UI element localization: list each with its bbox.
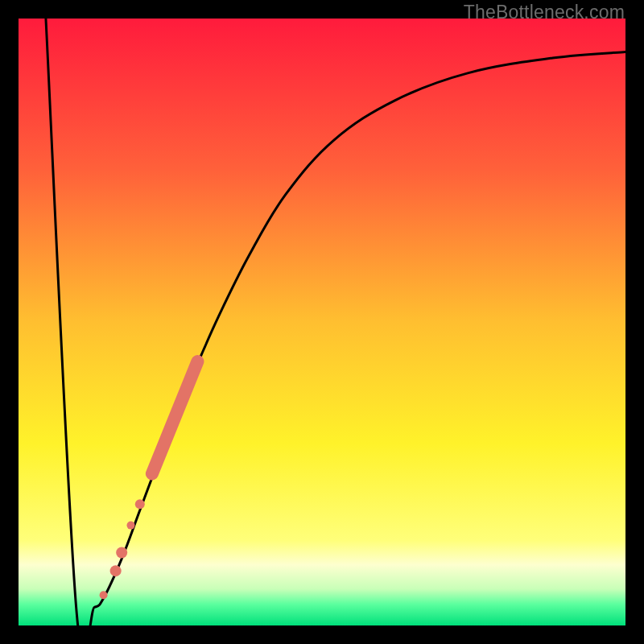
dot-e	[100, 591, 108, 599]
background-gradient	[19, 19, 625, 625]
dot-c	[116, 547, 127, 559]
dot-d	[110, 565, 122, 576]
chart-svg	[19, 19, 625, 625]
watermark-text: TheBottleneck.com	[464, 2, 625, 23]
plot-area	[19, 19, 625, 625]
chart-frame: TheBottleneck.com	[0, 0, 644, 644]
dot-a	[135, 499, 145, 509]
dot-b	[126, 522, 134, 530]
